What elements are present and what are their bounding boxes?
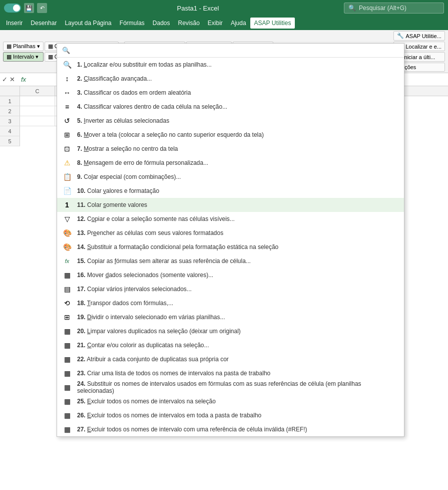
dropdown-search-input[interactable]: [73, 47, 399, 54]
ribbon-btn-asap[interactable]: 🔧 ASAP Utilitie...: [393, 31, 445, 41]
dropdown-search-row: 🔍: [57, 44, 404, 58]
menu-item-formulas[interactable]: Fórmulas: [116, 18, 149, 29]
cell-c3[interactable]: [20, 116, 55, 126]
item-icon-7: ⊡: [62, 144, 72, 146]
item-icon-2: ↕: [62, 74, 72, 84]
item-text-4: 4. Classificar valores dentro de cada cé…: [77, 103, 399, 110]
ribbon-col1: ▦ Planilhas ▾ ▦ Intervalo ▾: [3, 42, 44, 62]
save-icon[interactable]: 💾: [24, 3, 34, 13]
titlebar: 💾 ↶ Pasta1 - Excel 🔍 Pesquisar (Alt+G): [0, 0, 448, 16]
search-placeholder: Pesquisar (Alt+G): [359, 5, 406, 12]
dropdown-item-6[interactable]: ⊞ 6. Mover a tela (colocar a seleção no …: [57, 128, 404, 142]
dropdown-item-2[interactable]: ↕ 2. Classificação avançada...: [57, 72, 404, 86]
objetos-icon: ▦: [48, 54, 53, 60]
colunas-icon: ▦: [48, 43, 53, 50]
row-num-4: 4: [0, 126, 20, 136]
item-icon-6: ⊞: [62, 130, 72, 140]
dropdown-search-icon: 🔍: [62, 47, 70, 54]
col-header-c[interactable]: C: [20, 86, 55, 96]
row-num-header: [0, 86, 20, 96]
dropdown-item-5[interactable]: ↺ 5. Inverter as células selecionadas: [57, 114, 404, 128]
menu-item-desenhar[interactable]: Desenhar: [27, 18, 61, 29]
item-icon-3: ↔: [62, 88, 72, 98]
toggle-switch[interactable]: [4, 4, 21, 13]
menu-item-inserir[interactable]: Inserir: [2, 18, 27, 29]
window-title: Pasta1 - Excel: [52, 5, 344, 12]
dropdown-item-7[interactable]: ⊡ 7. Mostrar a seleção no centro da tela: [57, 142, 404, 146]
planilhas-icon: ▦: [7, 43, 12, 50]
item-text-5: 5. Inverter as células selecionadas: [77, 117, 399, 124]
menubar: Inserir Desenhar Layout da Página Fórmul…: [0, 16, 448, 30]
cell-c2[interactable]: [20, 106, 55, 116]
row-num-5: 5: [0, 136, 20, 146]
dropdown-menu: 🔍 🔍 1. Localizar e/ou substituir em toda…: [57, 43, 404, 146]
toggle-knob: [13, 5, 20, 12]
item-icon-1: 🔍: [62, 60, 72, 70]
row-num-1: 1: [0, 96, 20, 106]
intervalo-icon: ▦: [7, 54, 12, 60]
search-icon: 🔍: [348, 5, 356, 12]
ribbon-btn-intervalo[interactable]: ▦ Intervalo ▾: [3, 52, 44, 62]
ribbon-btn-planilhas[interactable]: ▦ Planilhas ▾: [3, 42, 44, 51]
menu-item-layout[interactable]: Layout da Página: [61, 18, 115, 29]
asap-icon: 🔧: [397, 33, 404, 39]
item-text-6: 6. Mover a tela (colocar a seleção no ca…: [77, 131, 399, 138]
menu-item-asap[interactable]: ASAP Utilities: [250, 18, 295, 29]
undo-icon[interactable]: ↶: [37, 3, 47, 13]
item-text-2: 2. Classificação avançada...: [77, 75, 399, 82]
check-icon[interactable]: ✓: [2, 76, 8, 83]
row-numbers: 1 2 3 4 5: [0, 96, 20, 146]
cell-c1[interactable]: [20, 96, 55, 106]
row-num-2: 2: [0, 106, 20, 116]
item-text-1: 1. Localizar e/ou substituir em todas as…: [77, 61, 399, 68]
menu-item-exibir[interactable]: Exibir: [204, 18, 227, 29]
formulabar-check[interactable]: ✓ ✕: [2, 76, 15, 83]
dropdown-item-4[interactable]: ≡ 4. Classificar valores dentro de cada …: [57, 100, 404, 114]
item-text-7: 7. Mostrar a seleção no centro da tela: [77, 145, 399, 146]
dropdown-item-3[interactable]: ↔ 3. Classificar os dados em ordem aleat…: [57, 86, 404, 100]
fx-label: fx: [21, 76, 26, 83]
menu-item-revisao[interactable]: Revisão: [174, 18, 204, 29]
titlebar-controls: 💾 ↶: [4, 3, 47, 13]
dropdown-item-1[interactable]: 🔍 1. Localizar e/ou substituir em todas …: [57, 58, 404, 72]
search-bar[interactable]: 🔍 Pesquisar (Alt+G): [344, 3, 444, 14]
item-icon-5: ↺: [62, 116, 72, 126]
cross-icon[interactable]: ✕: [10, 76, 15, 83]
item-text-3: 3. Classificar os dados em ordem aleatór…: [77, 89, 399, 96]
row-num-3: 3: [0, 116, 20, 126]
menu-item-ajuda[interactable]: Ajuda: [227, 18, 250, 29]
menu-item-dados[interactable]: Dados: [149, 18, 174, 29]
item-icon-4: ≡: [62, 102, 72, 112]
